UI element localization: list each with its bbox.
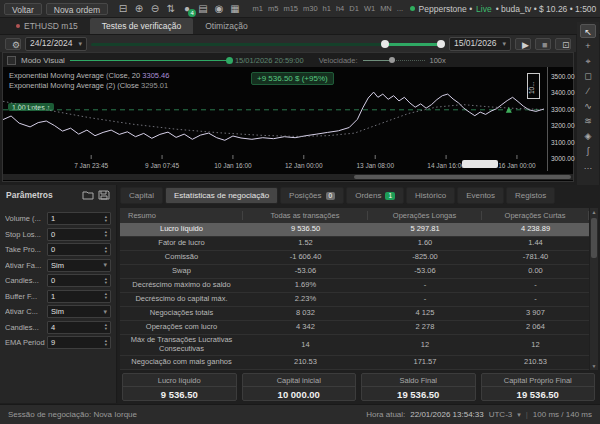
trendline-tool[interactable]: ∕ [580, 84, 596, 98]
more-tools[interactable]: … [580, 159, 596, 173]
settings-gear-icon[interactable]: ⚙ [5, 38, 21, 50]
objects-icon[interactable]: ▤ [196, 2, 210, 16]
main-tab-bar: ETHUSD m15Testes de verificaçãoOtimizaçã… [0, 18, 600, 35]
param-row: Candles...4▴▾ [0, 320, 116, 335]
stepper-arrows[interactable]: ▴▾ [105, 339, 107, 347]
visual-mode-bar: Modo Visual 15/01/2026 20:59:00 Velocida… [3, 53, 573, 67]
stop-button[interactable]: ■ [535, 38, 551, 50]
scrollbar-thumb[interactable] [591, 218, 597, 258]
account-info[interactable]: Pepperstone • Live • buda_tv • $ 10.26 •… [410, 4, 600, 14]
param-stepper-input[interactable]: 9▴▾ [47, 336, 111, 349]
results-tab-registos[interactable]: Registos [506, 187, 555, 204]
results-tab-hist-rico[interactable]: Histórico [406, 187, 455, 204]
timeframe-D1[interactable]: D1 [347, 4, 362, 13]
stepper-arrows[interactable]: ▴▾ [105, 277, 107, 285]
timeframe-m5[interactable]: m5 [265, 4, 280, 13]
param-stepper-input[interactable]: 0▴▾ [47, 228, 111, 241]
selection-box-tool[interactable]: ◻ [580, 69, 596, 83]
results-tab-estat-sticas-de-negocia-o[interactable]: Estatísticas de negociação [165, 187, 278, 204]
tab-tester[interactable]: Testes de verificação [90, 18, 193, 34]
visibility-icon[interactable]: ◉ [212, 2, 226, 16]
end-date-select[interactable]: 15/01/2026 ▾ [449, 37, 511, 51]
progress-handle[interactable] [226, 57, 233, 64]
visual-mode-checkbox[interactable] [7, 56, 16, 65]
start-date-select[interactable]: 24/12/2024 ▾ [25, 37, 87, 51]
community-icon[interactable]: ●4 [180, 2, 194, 16]
slider-handle-start[interactable] [381, 40, 389, 48]
crosshair-measure-tool[interactable]: ⌖ [580, 54, 596, 68]
marker-tool[interactable]: ◈ [580, 129, 596, 143]
load-parameters-icon[interactable] [82, 190, 94, 200]
back-button[interactable]: Voltar [4, 3, 42, 15]
timeframe-W1[interactable]: W1 [361, 4, 377, 13]
table-scrollbar[interactable]: ▲ ▼ [590, 208, 598, 370]
table-row[interactable]: Negociação com mais ganhos210.53171.5721… [120, 356, 589, 370]
param-select[interactable]: Sim▾ [47, 259, 111, 272]
timeframe-h1[interactable]: h1 [320, 4, 333, 13]
stepper-arrows[interactable]: ▴▾ [105, 323, 107, 331]
stepper-arrows[interactable]: ▴▾ [105, 230, 107, 238]
cursor-tool[interactable]: ↖ [580, 24, 596, 38]
table-row[interactable]: Negociações totais8 0324 1253 907 [120, 307, 589, 321]
timeframe-h4[interactable]: h4 [333, 4, 346, 13]
stepper-arrows[interactable]: ▴▾ [105, 246, 107, 254]
scroll-down-icon[interactable]: ▼ [590, 362, 598, 370]
scroll-up-icon[interactable]: ▲ [590, 208, 598, 216]
zoom-out-icon[interactable]: ⊖ [148, 2, 162, 16]
timezone-select[interactable]: UTC-3 [489, 410, 513, 419]
slider-handle-end[interactable] [437, 40, 445, 48]
scrollbar-thumb[interactable] [354, 175, 571, 179]
zoom-in-icon[interactable]: ⊕ [132, 2, 146, 16]
market-depth-icon[interactable]: ⇅ [164, 2, 178, 16]
chart-horizontal-scrollbar[interactable] [3, 174, 573, 180]
brush-tool[interactable]: ≋ [580, 114, 596, 128]
table-row[interactable]: Operações com lucro4 3422 2782 064 [120, 321, 589, 335]
price-chart[interactable] [3, 67, 544, 159]
timeframe-MN[interactable]: MN [378, 4, 395, 13]
speed-slider[interactable] [363, 56, 425, 64]
param-stepper-input[interactable]: 0▴▾ [47, 274, 111, 287]
results-tab-capital[interactable]: Capital [120, 187, 163, 204]
tab-label: Otimização [205, 20, 248, 32]
timeframe-...[interactable]: ... [394, 4, 405, 13]
stepper-arrows[interactable]: ▴▾ [105, 292, 107, 300]
stepper-arrows[interactable]: ▴▾ [105, 215, 107, 223]
results-tab-eventos[interactable]: Eventos [457, 187, 504, 204]
tab-optimization[interactable]: Otimização [193, 18, 260, 34]
skip-to-end-button[interactable]: ⊡ [555, 38, 571, 50]
date-range-slider[interactable] [91, 38, 445, 50]
speed-handle[interactable] [389, 57, 395, 63]
table-row[interactable]: Decréscimo do capital máx.2.23%-- [120, 293, 589, 307]
play-button[interactable]: ▶ [515, 38, 531, 50]
timeframe-m30[interactable]: m30 [301, 4, 321, 13]
param-value: 1 [51, 214, 105, 223]
results-tab-ordens[interactable]: Ordens1 [346, 187, 404, 204]
polyline-tool[interactable]: ∿ [580, 99, 596, 113]
param-stepper-input[interactable]: 1▴▾ [47, 290, 111, 303]
results-tab-posi-es[interactable]: Posições0 [280, 187, 344, 204]
objects-count-box: 10... [527, 73, 540, 99]
timeframe-m1[interactable]: m1 [250, 4, 265, 13]
table-row[interactable]: Máx de Transações Lucrativas Consecutiva… [120, 335, 589, 356]
table-row[interactable]: Lucro líquido9 536.505 297.814 238.89 [120, 223, 589, 237]
tab-chart[interactable]: ETHUSD m15 [4, 18, 90, 34]
curve-tool[interactable]: ʃ [580, 144, 596, 158]
param-row: Stop Los...0▴▾ [0, 227, 116, 242]
table-row[interactable]: Comissão-1 606.40-825.00-781.40 [120, 251, 589, 265]
save-parameters-icon[interactable] [98, 190, 110, 200]
tester-icon[interactable]: ▦ [228, 2, 242, 16]
param-stepper-input[interactable]: 0▴▾ [47, 243, 111, 256]
table-row[interactable]: Fator de lucro1.521.601.44 [120, 237, 589, 251]
param-stepper-input[interactable]: 4▴▾ [47, 321, 111, 334]
param-stepper-input[interactable]: 1▴▾ [47, 212, 111, 225]
param-select[interactable]: Sim▾ [47, 305, 111, 318]
table-row[interactable]: Swap-53.06-53.060.00 [120, 265, 589, 279]
timeframe-m15[interactable]: m15 [281, 4, 301, 13]
crosshair-tool[interactable]: + [580, 39, 596, 53]
table-row[interactable]: Decréscimo máximo do saldo1.69%-- [120, 279, 589, 293]
test-progress-bar[interactable] [70, 56, 230, 64]
chart-shrink-icon[interactable]: ⊟ [116, 2, 130, 16]
tab-label: Estatísticas de negociação [174, 189, 269, 203]
new-order-button[interactable]: Nova ordem [46, 3, 108, 15]
price-axis[interactable]: 3500.003400.003300.003200.003100.003000.… [547, 67, 576, 171]
